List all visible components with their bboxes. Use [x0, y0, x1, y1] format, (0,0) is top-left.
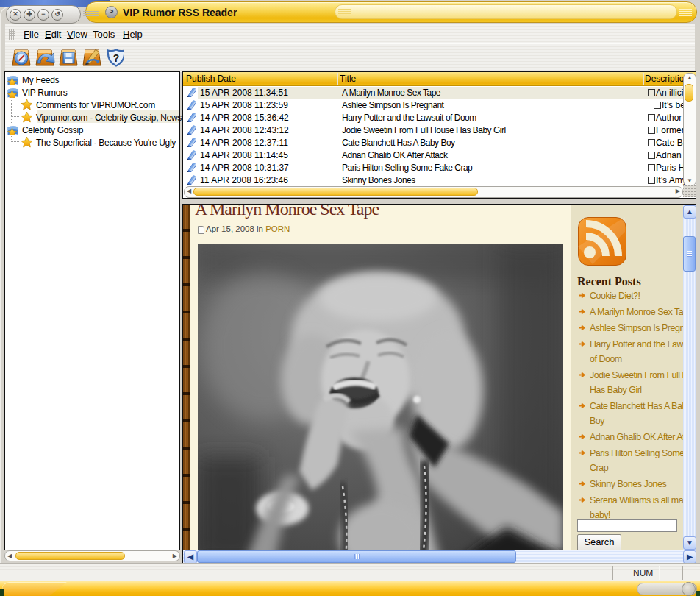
svg-text:?: ? — [113, 52, 120, 64]
